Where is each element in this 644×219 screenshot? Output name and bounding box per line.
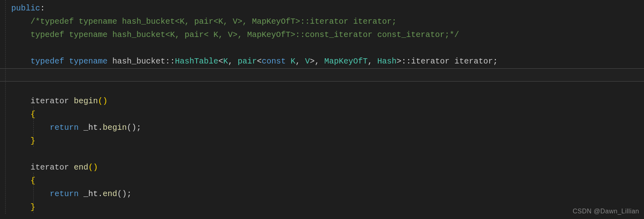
- keyword-public: public: [11, 4, 40, 13]
- code-line-empty: [11, 147, 644, 161]
- keyword-typedef: typedef: [30, 57, 64, 66]
- code-line: {: [11, 108, 644, 121]
- function-name: end: [74, 163, 88, 172]
- keyword-return: return: [50, 123, 79, 132]
- code-line: iterator begin(): [11, 94, 644, 108]
- namespace-text: hash_bucket::: [108, 57, 175, 66]
- type-name: HashTable: [175, 57, 218, 66]
- keyword-typename: typename: [69, 57, 108, 66]
- code-line: public:: [11, 2, 644, 15]
- comment-text: /*typedef typename hash_bucket<K, pair<K…: [30, 17, 396, 26]
- indent-guide: [5, 0, 6, 214]
- indent-guide: [33, 173, 34, 213]
- code-line: /*typedef typename hash_bucket<K, pair<K…: [11, 15, 644, 28]
- code-line: iterator end(): [11, 161, 644, 174]
- code-line: return _ht.end();: [11, 187, 644, 201]
- keyword-return: return: [50, 189, 79, 199]
- function-call: end: [103, 189, 117, 199]
- code-line: }: [11, 134, 644, 147]
- code-line-empty: [11, 68, 644, 81]
- code-line: }: [11, 201, 644, 214]
- function-name: begin: [74, 96, 98, 106]
- code-line: return _ht.begin();: [11, 121, 644, 134]
- watermark-text: CSDN @Dawn_Lillian: [573, 206, 639, 217]
- code-line: typedef typename hash_bucket<K, pair< K,…: [11, 28, 644, 41]
- comment-text: typedef typename hash_bucket<K, pair< K,…: [30, 30, 459, 39]
- code-line: {: [11, 174, 644, 187]
- code-line-empty: [11, 41, 644, 55]
- indent-guide: [33, 106, 34, 147]
- function-call: begin: [103, 123, 127, 132]
- code-editor[interactable]: public: /*typedef typename hash_bucket<K…: [0, 0, 644, 214]
- code-line: typedef typename hash_bucket::HashTable<…: [11, 55, 644, 68]
- code-line-empty: [11, 81, 644, 94]
- keyword-const: const: [262, 57, 286, 66]
